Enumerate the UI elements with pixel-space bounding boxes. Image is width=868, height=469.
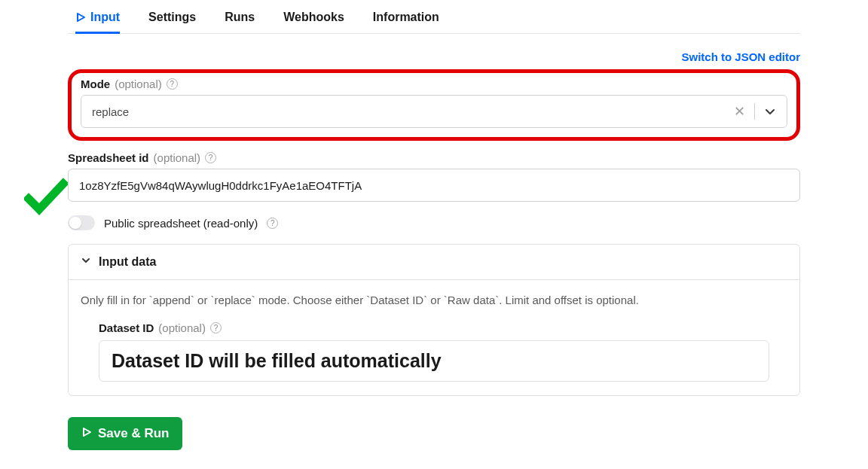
tab-runs[interactable]: Runs <box>225 5 255 34</box>
tab-label: Settings <box>148 11 196 24</box>
play-icon <box>81 426 92 441</box>
mode-select[interactable]: replace ✕ <box>81 95 787 128</box>
input-data-panel: Input data Only fill in for `append` or … <box>68 244 800 396</box>
clear-icon[interactable]: ✕ <box>734 105 745 118</box>
input-data-panel-header[interactable]: Input data <box>69 245 799 280</box>
tab-label: Webhooks <box>283 11 344 24</box>
dataset-id-optional: (optional) <box>158 321 206 334</box>
panel-description: Only fill in for `append` or `replace` m… <box>81 294 787 306</box>
spreadsheet-id-label: Spreadsheet id <box>68 151 149 164</box>
help-icon[interactable]: ? <box>167 78 178 90</box>
mode-label: Mode <box>81 78 110 90</box>
panel-title: Input data <box>99 255 156 269</box>
help-icon[interactable]: ? <box>205 152 216 163</box>
mode-value: replace <box>92 105 734 118</box>
tab-settings[interactable]: Settings <box>148 5 196 34</box>
tab-information[interactable]: Information <box>373 5 439 34</box>
save-run-label: Save & Run <box>98 426 169 441</box>
public-spreadsheet-toggle[interactable] <box>68 215 95 230</box>
tab-input[interactable]: Input <box>75 5 120 34</box>
help-icon[interactable]: ? <box>267 218 278 229</box>
play-icon <box>75 12 86 23</box>
save-run-button[interactable]: Save & Run <box>68 417 182 450</box>
switch-to-json-link[interactable]: Switch to JSON editor <box>681 50 800 63</box>
spreadsheet-id-optional: (optional) <box>154 151 201 164</box>
checkmark-icon <box>24 178 68 219</box>
chevron-down-icon <box>81 255 91 269</box>
public-spreadsheet-label: Public spreadsheet (read-only) <box>104 217 258 230</box>
dataset-id-box[interactable]: Dataset ID will be filled automatically <box>99 340 769 382</box>
dataset-id-label: Dataset ID <box>99 321 154 334</box>
tab-bar: Input Settings Runs Webhooks Information <box>68 0 800 34</box>
tab-webhooks[interactable]: Webhooks <box>283 5 344 34</box>
mode-optional: (optional) <box>115 78 162 90</box>
chevron-down-icon[interactable] <box>764 105 776 117</box>
tab-label: Runs <box>225 11 255 24</box>
mode-highlight-box: Mode (optional) ? replace ✕ <box>68 69 800 141</box>
select-divider <box>754 103 755 120</box>
tab-label: Input <box>90 11 120 24</box>
help-icon[interactable]: ? <box>210 322 222 333</box>
spreadsheet-id-input[interactable] <box>68 169 800 202</box>
tab-label: Information <box>373 11 439 24</box>
